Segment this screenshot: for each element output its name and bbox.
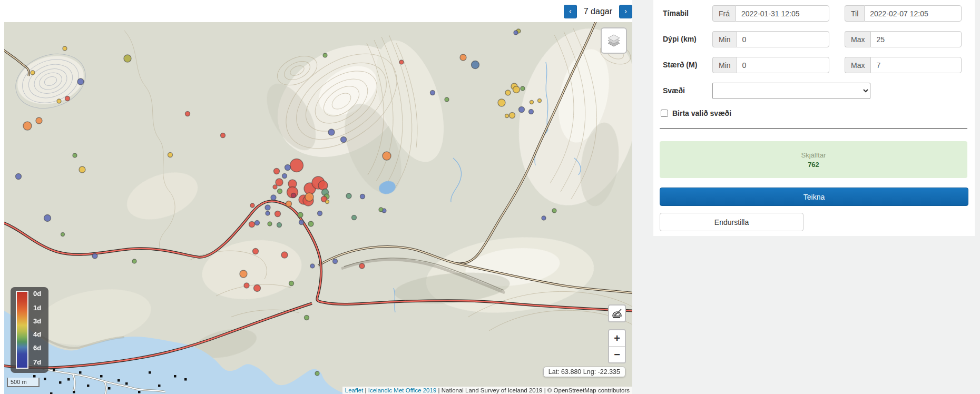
- quake-marker[interactable]: [57, 99, 61, 103]
- quake-marker[interactable]: [255, 221, 260, 225]
- magnitude-max-input[interactable]: [870, 57, 962, 73]
- quake-marker[interactable]: [326, 200, 329, 204]
- quake-marker[interactable]: [521, 86, 525, 91]
- quake-marker[interactable]: [552, 209, 556, 213]
- quake-marker[interactable]: [277, 223, 282, 228]
- quake-marker[interactable]: [308, 221, 313, 226]
- measure-control[interactable]: [608, 304, 626, 322]
- quake-marker[interactable]: [281, 252, 288, 258]
- quake-marker[interactable]: [498, 99, 505, 106]
- quake-marker[interactable]: [250, 203, 254, 208]
- draw-button[interactable]: Teikna: [660, 188, 968, 206]
- quake-marker[interactable]: [23, 122, 32, 130]
- area-select[interactable]: [712, 83, 870, 99]
- quake-marker[interactable]: [132, 259, 136, 263]
- quake-marker[interactable]: [271, 195, 276, 200]
- quake-marker[interactable]: [359, 263, 365, 269]
- quake-marker[interactable]: [530, 101, 534, 104]
- quake-marker[interactable]: [529, 110, 534, 114]
- quake-marker[interactable]: [315, 371, 319, 376]
- quake-marker[interactable]: [383, 152, 391, 160]
- quake-marker[interactable]: [63, 46, 67, 51]
- zoom-out-button[interactable]: −: [609, 347, 625, 362]
- quake-marker[interactable]: [254, 285, 261, 292]
- earthquake-map[interactable]: 0d1d3d4d6d7d 500 m + − L: [4, 22, 632, 394]
- quake-marker[interactable]: [289, 281, 294, 286]
- quake-marker[interactable]: [399, 60, 404, 64]
- quake-marker[interactable]: [472, 61, 479, 69]
- quake-marker[interactable]: [276, 179, 283, 186]
- layers-control[interactable]: [601, 27, 627, 54]
- depth-max-input[interactable]: [870, 31, 962, 47]
- quake-marker[interactable]: [360, 194, 365, 199]
- date-from-input[interactable]: [736, 5, 829, 22]
- quake-marker[interactable]: [65, 96, 70, 101]
- quake-marker[interactable]: [185, 112, 190, 116]
- quake-marker[interactable]: [168, 153, 173, 157]
- quake-marker[interactable]: [310, 264, 315, 268]
- quake-marker[interactable]: [282, 174, 287, 179]
- quake-marker[interactable]: [124, 55, 131, 62]
- quake-marker[interactable]: [274, 169, 280, 174]
- quake-marker[interactable]: [341, 137, 347, 143]
- quake-marker[interactable]: [36, 117, 42, 124]
- leaflet-link[interactable]: Leaflet: [345, 387, 364, 393]
- scale-bar: 500 m: [7, 378, 40, 387]
- quake-marker[interactable]: [505, 90, 511, 95]
- quake-marker[interactable]: [221, 133, 226, 138]
- reset-button[interactable]: Endurstilla: [660, 213, 803, 231]
- quake-marker[interactable]: [268, 222, 272, 226]
- quake-marker[interactable]: [519, 107, 525, 113]
- quake-marker[interactable]: [513, 86, 520, 93]
- quake-marker[interactable]: [278, 189, 282, 194]
- quake-marker[interactable]: [328, 129, 335, 135]
- quake-marker[interactable]: [265, 205, 270, 210]
- quake-marker[interactable]: [44, 215, 51, 222]
- quake-marker[interactable]: [299, 220, 304, 225]
- quake-marker[interactable]: [333, 259, 338, 264]
- magnitude-min-input[interactable]: [737, 57, 829, 73]
- quake-marker[interactable]: [31, 71, 35, 75]
- quake-marker[interactable]: [249, 222, 255, 228]
- quake-marker[interactable]: [273, 185, 277, 189]
- depth-min-input[interactable]: [737, 31, 829, 47]
- previous-period-button[interactable]: ‹: [564, 5, 577, 18]
- show-selected-area-checkbox[interactable]: [661, 110, 668, 117]
- quake-marker[interactable]: [240, 270, 247, 278]
- quake-marker[interactable]: [460, 54, 466, 61]
- quake-marker[interactable]: [542, 216, 546, 220]
- quake-marker[interactable]: [244, 283, 249, 288]
- date-to-input[interactable]: [864, 5, 962, 22]
- quake-marker[interactable]: [286, 201, 292, 207]
- quake-marker[interactable]: [323, 53, 327, 57]
- quake-marker[interactable]: [505, 114, 509, 118]
- quake-marker[interactable]: [430, 91, 435, 95]
- quake-marker[interactable]: [445, 97, 449, 102]
- quake-marker[interactable]: [275, 211, 281, 217]
- building-marker: [138, 391, 141, 393]
- quake-marker[interactable]: [352, 215, 357, 220]
- quake-marker[interactable]: [61, 233, 65, 237]
- quake-marker[interactable]: [253, 249, 259, 254]
- quake-marker[interactable]: [509, 113, 515, 119]
- quake-marker[interactable]: [92, 253, 97, 259]
- next-period-button[interactable]: ›: [619, 5, 632, 18]
- quake-marker[interactable]: [305, 316, 309, 320]
- quake-marker[interactable]: [16, 174, 22, 180]
- quake-marker[interactable]: [77, 78, 84, 85]
- quake-marker[interactable]: [379, 208, 383, 212]
- quake-marker[interactable]: [305, 193, 313, 201]
- quake-marker[interactable]: [318, 211, 322, 216]
- quake-marker[interactable]: [346, 193, 351, 199]
- quake-marker[interactable]: [285, 165, 291, 171]
- quake-marker[interactable]: [290, 159, 303, 172]
- zoom-in-button[interactable]: +: [609, 330, 625, 347]
- met-office-link[interactable]: Icelandic Met Office 2019: [368, 387, 437, 393]
- quake-marker[interactable]: [538, 99, 542, 103]
- quake-marker[interactable]: [73, 153, 77, 157]
- quake-marker[interactable]: [514, 31, 518, 35]
- quake-marker[interactable]: [291, 193, 296, 198]
- quake-marker[interactable]: [298, 212, 303, 218]
- quake-marker[interactable]: [79, 166, 85, 173]
- quake-marker[interactable]: [266, 211, 270, 215]
